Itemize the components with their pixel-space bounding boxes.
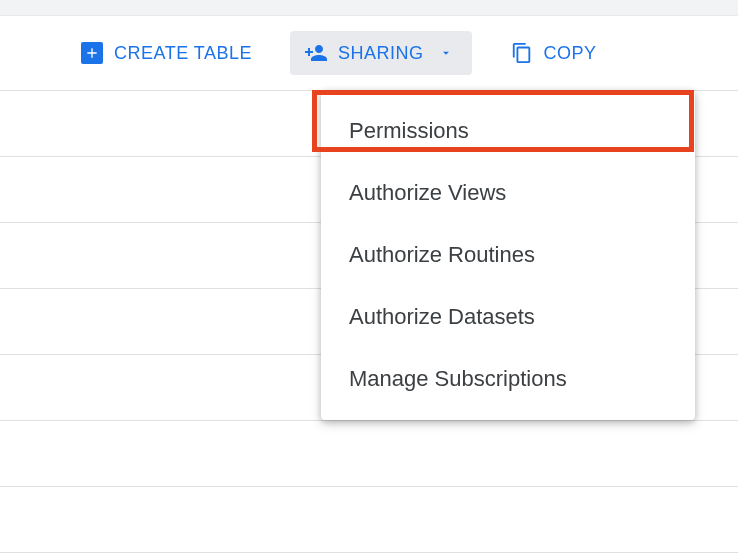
create-table-label: CREATE TABLE [114,43,252,64]
menu-item-authorize-routines[interactable]: Authorize Routines [321,224,695,286]
person-add-icon [304,41,328,65]
sharing-label: SHARING [338,43,424,64]
copy-icon [510,41,534,65]
menu-item-authorize-views[interactable]: Authorize Views [321,162,695,224]
toolbar: CREATE TABLE SHARING COPY [0,16,738,90]
menu-item-manage-subscriptions[interactable]: Manage Subscriptions [321,348,695,410]
sharing-button[interactable]: SHARING [290,31,472,75]
chevron-down-icon [434,41,458,65]
copy-label: COPY [544,43,597,64]
table-row [0,421,738,487]
table-row [0,487,738,553]
create-table-button[interactable]: CREATE TABLE [66,31,266,75]
menu-item-authorize-datasets[interactable]: Authorize Datasets [321,286,695,348]
plus-icon [80,41,104,65]
top-strip [0,0,738,16]
copy-button[interactable]: COPY [496,31,611,75]
menu-item-permissions[interactable]: Permissions [321,100,695,162]
sharing-dropdown: Permissions Authorize Views Authorize Ro… [321,90,695,420]
